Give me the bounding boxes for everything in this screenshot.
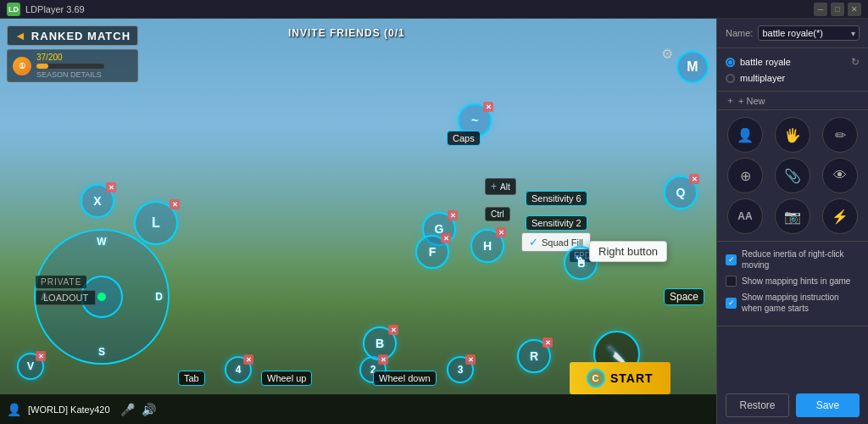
titlebar: LD LDPlayer 3.69 ─ □ ✕	[0, 0, 868, 19]
minimize-button[interactable]: ─	[814, 3, 827, 16]
wheel-up-box[interactable]: Wheel up	[261, 371, 312, 386]
m-key-circle[interactable]: M	[676, 51, 709, 83]
profile-list: battle royale ↻ multiplayer	[717, 48, 868, 92]
alt-label: Alt	[500, 182, 510, 192]
four-close-icon[interactable]: ✕	[243, 354, 253, 365]
d-key: D	[155, 291, 163, 303]
xp-container: ① 37/200 SEASON DETAILS	[7, 49, 138, 82]
new-profile-label: + New	[738, 96, 765, 106]
tool-aa-icon[interactable]: AA	[727, 198, 763, 234]
option-show-instructions[interactable]: Show mapping instruction when game start…	[726, 292, 860, 314]
two-close-icon[interactable]: ✕	[378, 354, 388, 365]
restore-window-button[interactable]: □	[831, 3, 844, 16]
alt-ctrl-box: + Alt	[485, 178, 516, 195]
squad-check-icon: ✓	[529, 236, 538, 248]
h-key-circle[interactable]: ✕ H	[470, 229, 504, 263]
save-button[interactable]: Save	[796, 393, 860, 417]
xp-icon: ①	[13, 57, 31, 75]
chevron-down-icon: ▾	[851, 29, 855, 38]
profile-name-battle-royale: battle royale	[740, 57, 791, 67]
profile-select[interactable]: battle royale(*) ▾	[758, 25, 860, 41]
ranked-arrow-icon: ◄	[14, 29, 26, 42]
right-panel: Name: battle royale(*) ▾ battle royale ↻…	[716, 19, 868, 424]
x-key-circle[interactable]: ✕ X	[81, 184, 114, 218]
tool-crosshair-icon[interactable]: ⊕	[727, 158, 763, 193]
reduce-inertia-label: Reduce inertia of right-click moving	[742, 248, 860, 271]
four-key-circle[interactable]: ✕ 4	[225, 356, 252, 383]
profile-item-battle-royale[interactable]: battle royale ↻	[726, 53, 860, 70]
four-key-label: 4	[236, 364, 242, 376]
tab-key-box[interactable]: Tab	[178, 371, 205, 386]
refresh-icon[interactable]: ↻	[851, 56, 860, 68]
private-label: PRIVATE	[36, 276, 86, 288]
tool-gesture-icon[interactable]: 🖐	[775, 117, 810, 153]
invite-friends: INVITE FRIENDS (0/1	[288, 27, 405, 39]
sensitivity6-box: Sensitivity 6	[526, 191, 587, 206]
close-window-button[interactable]: ✕	[848, 3, 861, 16]
f-close-icon[interactable]: ✕	[441, 233, 451, 243]
q-close-icon[interactable]: ✕	[689, 174, 699, 184]
tool-bolt-icon[interactable]: ⚡	[822, 198, 858, 234]
h-key-label: H	[483, 239, 492, 253]
caps-close-icon[interactable]: ✕	[483, 102, 493, 112]
sensitivity2-box: Sensitivity 2	[526, 215, 587, 231]
reduce-inertia-checkbox[interactable]	[726, 254, 737, 265]
tool-clip-icon[interactable]: 📎	[775, 158, 810, 193]
show-instructions-label: Show mapping instruction when game start…	[742, 292, 860, 314]
game-area: ◄ RANKED MATCH ① 37/200 SEASON DETAILS ⚙…	[0, 19, 716, 424]
xp-value: 37/200	[36, 53, 104, 62]
melee-icon: 🔪	[606, 344, 627, 365]
microphone-icon[interactable]: 🎤	[120, 403, 135, 416]
tool-person-icon[interactable]: 👤	[727, 117, 763, 153]
three-close-icon[interactable]: ✕	[465, 354, 476, 365]
player-name: [WORLD] Katey420	[28, 404, 110, 415]
v-key-label: V	[27, 360, 34, 372]
profile-radio-battle-royale	[726, 58, 735, 67]
new-profile-button[interactable]: ＋ + New	[717, 92, 868, 110]
tool-pencil-icon[interactable]: ✏	[822, 117, 858, 153]
panel-options: Reduce inertia of right-click moving Sho…	[717, 242, 868, 326]
l-close-icon[interactable]: ✕	[170, 199, 180, 209]
s-key: S	[98, 346, 105, 358]
right-mouse-icon: 🖱	[574, 255, 587, 271]
name-label: Name:	[726, 28, 753, 38]
option-show-hints[interactable]: Show mapping hints in game	[726, 276, 860, 287]
r-key-circle[interactable]: ✕ R	[517, 339, 551, 373]
r-close-icon[interactable]: ✕	[542, 338, 553, 348]
start-label: START	[610, 371, 654, 385]
ranked-text: RANKED MATCH	[31, 30, 131, 42]
r-key-label: R	[530, 349, 538, 363]
space-key-box[interactable]: Space	[664, 288, 704, 305]
q-key-circle[interactable]: ✕ Q	[664, 176, 698, 209]
wheel-down-box[interactable]: Wheel down	[373, 371, 437, 386]
profile-item-multiplayer[interactable]: multiplayer	[726, 70, 860, 86]
three-key-circle[interactable]: ✕ 3	[447, 356, 474, 383]
b-close-icon[interactable]: ✕	[388, 325, 398, 335]
speaker-icon[interactable]: 🔊	[142, 403, 156, 416]
season-text: SEASON DETAILS	[36, 70, 104, 79]
player-icon: 👤	[7, 403, 21, 416]
v-close-icon[interactable]: ✕	[36, 351, 46, 361]
titlebar-controls[interactable]: ─ □ ✕	[814, 3, 861, 16]
start-button[interactable]: C START	[570, 362, 670, 394]
ctrl-label: Ctrl	[491, 209, 504, 219]
wasd-dot	[97, 293, 106, 301]
titlebar-title: LDPlayer 3.69	[25, 4, 85, 14]
bottom-bar: 👤 [WORLD] Katey420 🎤 🔊	[0, 394, 716, 424]
panel-header: Name: battle royale(*) ▾	[717, 19, 868, 48]
f-key-circle[interactable]: ✕ F	[415, 235, 449, 269]
ranked-badge: ◄ RANKED MATCH	[7, 25, 138, 46]
tool-photo-icon[interactable]: 📷	[775, 198, 810, 234]
g-close-icon[interactable]: ✕	[448, 210, 458, 220]
x-close-icon[interactable]: ✕	[106, 182, 116, 192]
tool-eye-icon[interactable]: 👁	[822, 158, 858, 193]
gear-icon[interactable]: ⚙	[661, 46, 673, 62]
caps-key-label: ~	[471, 114, 478, 127]
show-instructions-checkbox[interactable]	[726, 298, 737, 309]
option-reduce-inertia[interactable]: Reduce inertia of right-click moving	[726, 248, 860, 271]
tools-grid: 👤 🖐 ✏ ⊕ 📎 👁 AA 📷 ⚡	[717, 110, 868, 242]
show-hints-checkbox[interactable]	[726, 276, 737, 287]
restore-button[interactable]: Restore	[726, 393, 789, 417]
v-key-circle[interactable]: ✕ V	[17, 353, 44, 380]
h-close-icon[interactable]: ✕	[496, 227, 506, 237]
